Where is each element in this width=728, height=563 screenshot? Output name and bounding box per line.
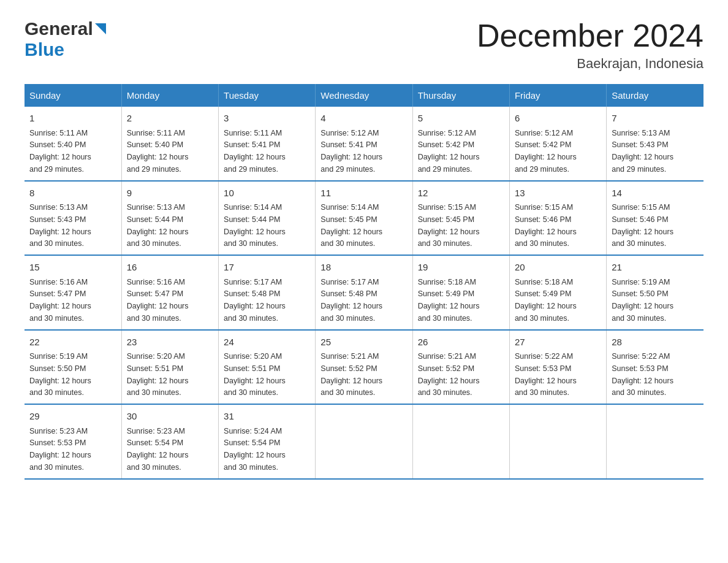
logo-blue-text: Blue [25,39,64,59]
logo-arrow-icon [95,23,106,37]
calendar-cell: 28Sunrise: 5:22 AMSunset: 5:53 PMDayligh… [607,330,703,405]
day-number: 7 [612,112,699,126]
day-info: Sunrise: 5:22 AMSunset: 5:53 PMDaylight:… [515,352,577,397]
calendar-cell: 18Sunrise: 5:17 AMSunset: 5:48 PMDayligh… [316,255,412,330]
day-number: 31 [224,410,310,424]
day-number: 4 [320,112,407,126]
calendar-cell: 16Sunrise: 5:16 AMSunset: 5:47 PMDayligh… [121,255,218,330]
title-block: December 2024 Baekrajan, Indonesia [477,18,703,72]
day-info: Sunrise: 5:11 AMSunset: 5:41 PMDaylight:… [224,129,286,174]
day-number: 3 [224,112,310,126]
calendar-cell: 13Sunrise: 5:15 AMSunset: 5:46 PMDayligh… [509,181,606,256]
calendar-cell: 10Sunrise: 5:14 AMSunset: 5:44 PMDayligh… [219,181,316,256]
day-info: Sunrise: 5:17 AMSunset: 5:48 PMDaylight:… [320,278,382,323]
calendar-cell: 14Sunrise: 5:15 AMSunset: 5:46 PMDayligh… [607,181,703,256]
week-row-4: 22Sunrise: 5:19 AMSunset: 5:50 PMDayligh… [25,330,703,405]
week-row-2: 8Sunrise: 5:13 AMSunset: 5:43 PMDaylight… [25,181,703,256]
calendar-header-row: SundayMondayTuesdayWednesdayThursdayFrid… [25,84,703,107]
day-info: Sunrise: 5:15 AMSunset: 5:46 PMDaylight:… [612,203,673,248]
svg-marker-0 [95,23,106,34]
day-info: Sunrise: 5:13 AMSunset: 5:43 PMDaylight:… [29,203,91,248]
day-info: Sunrise: 5:12 AMSunset: 5:41 PMDaylight:… [320,129,382,174]
day-number: 30 [127,410,213,424]
day-info: Sunrise: 5:24 AMSunset: 5:54 PMDaylight:… [224,427,286,472]
day-number: 9 [127,186,213,201]
day-number: 19 [418,261,504,275]
header-wednesday: Wednesday [316,84,412,107]
day-number: 23 [127,335,213,350]
day-info: Sunrise: 5:18 AMSunset: 5:49 PMDaylight:… [418,278,480,323]
calendar-cell: 8Sunrise: 5:13 AMSunset: 5:43 PMDaylight… [25,181,121,256]
day-number: 27 [515,335,601,350]
header-saturday: Saturday [607,84,703,107]
day-number: 13 [515,186,601,201]
header-monday: Monday [121,84,218,107]
day-info: Sunrise: 5:16 AMSunset: 5:47 PMDaylight:… [29,278,91,323]
calendar-cell: 26Sunrise: 5:21 AMSunset: 5:52 PMDayligh… [412,330,509,405]
calendar-cell: 15Sunrise: 5:16 AMSunset: 5:47 PMDayligh… [25,255,121,330]
header-tuesday: Tuesday [219,84,316,107]
calendar-cell: 7Sunrise: 5:13 AMSunset: 5:43 PMDaylight… [607,107,703,181]
header-sunday: Sunday [25,84,121,107]
calendar-cell [509,404,606,479]
calendar-cell: 3Sunrise: 5:11 AMSunset: 5:41 PMDaylight… [219,107,316,181]
calendar-cell [412,404,509,479]
day-info: Sunrise: 5:22 AMSunset: 5:53 PMDaylight:… [612,352,673,397]
calendar-cell: 20Sunrise: 5:18 AMSunset: 5:49 PMDayligh… [509,255,606,330]
calendar-cell [316,404,412,479]
day-number: 6 [515,112,601,126]
day-info: Sunrise: 5:15 AMSunset: 5:45 PMDaylight:… [418,203,480,248]
day-info: Sunrise: 5:11 AMSunset: 5:40 PMDaylight:… [29,129,91,174]
calendar-cell: 6Sunrise: 5:12 AMSunset: 5:42 PMDaylight… [509,107,606,181]
day-number: 10 [224,186,310,201]
day-number: 25 [320,335,407,350]
calendar-cell: 1Sunrise: 5:11 AMSunset: 5:40 PMDaylight… [25,107,121,181]
day-info: Sunrise: 5:13 AMSunset: 5:43 PMDaylight:… [612,129,673,174]
day-number: 1 [29,112,116,126]
calendar-cell: 27Sunrise: 5:22 AMSunset: 5:53 PMDayligh… [509,330,606,405]
day-info: Sunrise: 5:16 AMSunset: 5:47 PMDaylight:… [127,278,189,323]
calendar-cell: 2Sunrise: 5:11 AMSunset: 5:40 PMDaylight… [121,107,218,181]
day-info: Sunrise: 5:11 AMSunset: 5:40 PMDaylight:… [127,129,189,174]
calendar-cell: 25Sunrise: 5:21 AMSunset: 5:52 PMDayligh… [316,330,412,405]
day-number: 20 [515,261,601,275]
calendar-cell [607,404,703,479]
day-number: 21 [612,261,699,275]
day-info: Sunrise: 5:13 AMSunset: 5:44 PMDaylight:… [127,203,189,248]
day-info: Sunrise: 5:19 AMSunset: 5:50 PMDaylight:… [29,352,91,397]
calendar-cell: 17Sunrise: 5:17 AMSunset: 5:48 PMDayligh… [219,255,316,330]
day-number: 2 [127,112,213,126]
logo: General Blue [25,18,106,60]
day-number: 16 [127,261,213,275]
calendar-cell: 29Sunrise: 5:23 AMSunset: 5:53 PMDayligh… [25,404,121,479]
week-row-1: 1Sunrise: 5:11 AMSunset: 5:40 PMDaylight… [25,107,703,181]
calendar-cell: 24Sunrise: 5:20 AMSunset: 5:51 PMDayligh… [219,330,316,405]
calendar-subtitle: Baekrajan, Indonesia [477,56,703,72]
day-number: 8 [29,186,116,201]
day-info: Sunrise: 5:14 AMSunset: 5:45 PMDaylight:… [320,203,382,248]
calendar-cell: 30Sunrise: 5:23 AMSunset: 5:54 PMDayligh… [121,404,218,479]
day-number: 28 [612,335,699,350]
calendar-cell: 4Sunrise: 5:12 AMSunset: 5:41 PMDaylight… [316,107,412,181]
day-info: Sunrise: 5:20 AMSunset: 5:51 PMDaylight:… [127,352,189,397]
day-number: 15 [29,261,116,275]
page-header: General Blue December 2024 Baekrajan, In… [25,18,703,72]
calendar-cell: 11Sunrise: 5:14 AMSunset: 5:45 PMDayligh… [316,181,412,256]
calendar-cell: 31Sunrise: 5:24 AMSunset: 5:54 PMDayligh… [219,404,316,479]
day-number: 26 [418,335,504,350]
calendar-cell: 12Sunrise: 5:15 AMSunset: 5:45 PMDayligh… [412,181,509,256]
calendar-cell: 23Sunrise: 5:20 AMSunset: 5:51 PMDayligh… [121,330,218,405]
day-number: 17 [224,261,310,275]
day-info: Sunrise: 5:21 AMSunset: 5:52 PMDaylight:… [418,352,480,397]
day-info: Sunrise: 5:15 AMSunset: 5:46 PMDaylight:… [515,203,577,248]
header-friday: Friday [509,84,606,107]
day-number: 12 [418,186,504,201]
header-thursday: Thursday [412,84,509,107]
calendar-table: SundayMondayTuesdayWednesdayThursdayFrid… [25,84,703,480]
day-info: Sunrise: 5:14 AMSunset: 5:44 PMDaylight:… [224,203,286,248]
calendar-cell: 5Sunrise: 5:12 AMSunset: 5:42 PMDaylight… [412,107,509,181]
day-info: Sunrise: 5:19 AMSunset: 5:50 PMDaylight:… [612,278,673,323]
calendar-cell: 22Sunrise: 5:19 AMSunset: 5:50 PMDayligh… [25,330,121,405]
day-info: Sunrise: 5:23 AMSunset: 5:54 PMDaylight:… [127,427,189,472]
day-info: Sunrise: 5:12 AMSunset: 5:42 PMDaylight:… [515,129,577,174]
